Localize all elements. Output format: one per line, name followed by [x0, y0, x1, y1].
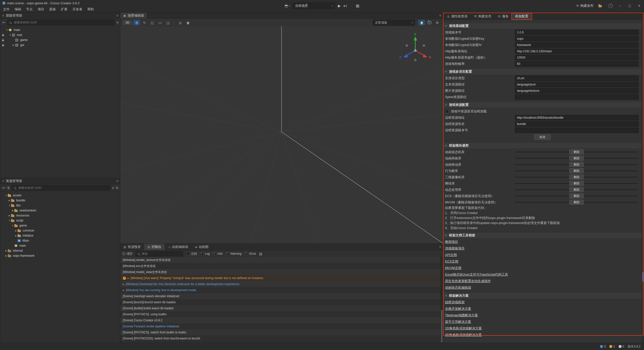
- sort-icon[interactable]: ⇅: [7, 186, 10, 190]
- add-node-button[interactable]: +▾: [2, 20, 5, 24]
- expand-arrow-icon[interactable]: ▶: [123, 283, 124, 285]
- delete-button[interactable]: 删除: [569, 193, 584, 198]
- basic-row-2-input[interactable]: [515, 42, 639, 48]
- log-row-7[interactable]: [Scene] [box2d]:box2d wasm lib loaded.: [120, 299, 440, 305]
- asset-node[interactable]: ▼libs: [0, 203, 120, 208]
- expand-arrow-icon[interactable]: ▶: [14, 235, 18, 237]
- add-asset-button[interactable]: +▾: [2, 186, 5, 190]
- doc-link-5[interactable]: Excel格式转Json文件与TypeScript代码工具: [443, 271, 510, 278]
- doc-link-0[interactable]: 教程项目: [443, 239, 460, 245]
- console-filter-regex[interactable]: 正则: [186, 252, 197, 256]
- preview-device-icon[interactable]: ⬒▾: [285, 4, 290, 8]
- asset-node[interactable]: ▶internal: [0, 248, 120, 253]
- play-button[interactable]: ▶: [338, 4, 341, 8]
- log-row-1[interactable]: [Window] ecs文件夹存在: [120, 263, 440, 269]
- delete-button[interactable]: 删除: [569, 181, 584, 186]
- help-icon[interactable]: ?: [608, 4, 613, 8]
- log-row-5[interactable]: ▶[Window] You are running Vue in develop…: [120, 287, 440, 293]
- panel-menu-icon[interactable]: ≡: [2, 14, 4, 17]
- filter-icon[interactable]: ≡: [116, 21, 118, 24]
- expand-arrow-icon[interactable]: ▼: [9, 34, 12, 36]
- expand-arrow-icon[interactable]: ▶: [5, 250, 8, 252]
- basic-row-3-input[interactable]: [515, 49, 639, 54]
- pivot-toggle-icon[interactable]: ◎: [177, 20, 183, 25]
- console-tab-console[interactable]: ▤控制台: [144, 244, 165, 250]
- log-row-0[interactable]: [Window] render_texture文件夹存在: [120, 257, 440, 263]
- tab-framework-config[interactable]: 框架配置: [512, 13, 531, 19]
- expand-arrow-icon[interactable]: ▶: [8, 214, 11, 217]
- expand-arrow-icon[interactable]: ▶: [8, 199, 11, 202]
- scene-select[interactable]: 当前场景 ▾: [293, 3, 335, 9]
- tab-inspector[interactable]: ◎属性检查器: [444, 13, 470, 19]
- console-tab-preview[interactable]: ▧资源预览: [120, 244, 144, 250]
- basic-row-5-input[interactable]: [515, 61, 639, 67]
- section-resource[interactable]: ▼游戏资源配置: [443, 102, 642, 108]
- doc-link-1[interactable]: 游戏模板项目: [443, 245, 467, 252]
- menu-item[interactable]: 编辑: [12, 7, 24, 12]
- refresh-icon[interactable]: ↻: [116, 186, 118, 190]
- expand-arrow-icon[interactable]: ▶: [128, 277, 129, 279]
- save-button[interactable]: 保存: [534, 134, 551, 140]
- asset-node[interactable]: main: [0, 243, 120, 248]
- section-language[interactable]: ▼游戏多语言配置: [443, 68, 642, 75]
- delete-button[interactable]: 删除: [569, 162, 584, 167]
- doc-link-4[interactable]: MVVM文档: [443, 265, 463, 271]
- console-tab-animation-graph[interactable]: ◈动画图: [192, 244, 212, 250]
- log-row-10[interactable]: [Scene] Cocos Creator v3.8.2: [120, 317, 440, 323]
- section-solutions[interactable]: ▼框架解决方案: [443, 292, 642, 299]
- solution-link-4[interactable]: 2D角色扮演游戏解决方案: [443, 325, 484, 332]
- expand-arrow-icon[interactable]: ▶: [5, 255, 8, 257]
- asset-node[interactable]: ▼script: [0, 218, 120, 223]
- mode-3d-button[interactable]: 3D: [123, 20, 132, 25]
- asset-node[interactable]: TSMain: [0, 238, 120, 243]
- axis-gizmo[interactable]: Y X Z: [398, 33, 433, 66]
- delete-button[interactable]: 删除: [569, 168, 584, 173]
- resource-row-1-input[interactable]: [515, 121, 639, 127]
- console-tab-animation-editor[interactable]: ◇动画编辑器: [165, 244, 192, 250]
- section-basic[interactable]: ▼游戏基础配置: [443, 23, 642, 29]
- language-row-0-input[interactable]: [515, 75, 639, 81]
- expand-arrow-icon[interactable]: ▶: [14, 230, 18, 232]
- console-filter-error[interactable]: Error: [245, 252, 256, 255]
- log-row-8[interactable]: [Scene] [bullet]:bullet wasm lib loaded.: [120, 305, 440, 311]
- resource-row-2-input[interactable]: [515, 127, 639, 133]
- solution-link-5[interactable]: 3D角色扮演游戏解决方案: [443, 332, 484, 338]
- log-row-6[interactable]: [Scene] meshopt wasm decoder initialized: [120, 293, 440, 299]
- menu-item[interactable]: 帮助: [85, 7, 96, 12]
- resource-row-0-input[interactable]: [515, 115, 639, 120]
- basic-row-1-input[interactable]: [515, 36, 639, 41]
- scene-viewport[interactable]: Y X Z: [120, 26, 443, 244]
- expand-arrow-icon[interactable]: ▶: [11, 209, 14, 212]
- hierarchy-node[interactable]: ▶gui: [0, 42, 120, 48]
- asset-node[interactable]: ▶seedrandom: [0, 208, 120, 213]
- expand-arrow-icon[interactable]: ▼: [8, 220, 11, 222]
- checkbox-icon[interactable]: [213, 252, 216, 255]
- hierarchy-node[interactable]: ▼main: [0, 27, 120, 32]
- scale-tool-icon[interactable]: ◱: [149, 20, 155, 25]
- expand-arrow-icon[interactable]: ▶: [12, 44, 15, 46]
- move-tool-icon[interactable]: [133, 20, 140, 25]
- panel-options-icon[interactable]: ≡: [439, 14, 441, 17]
- asset-node[interactable]: ▼assets: [0, 193, 120, 198]
- expand-arrow-icon[interactable]: ▶: [123, 289, 124, 291]
- solution-link-0[interactable]: 战棋游戏框架: [443, 299, 467, 305]
- delete-button[interactable]: 删除: [569, 149, 584, 154]
- coordinate-toggle-icon[interactable]: ▣: [185, 20, 191, 25]
- log-row-9[interactable]: [Scene] [PHYSICS]: using builtin.: [120, 311, 440, 317]
- log-row-3[interactable]: !▶[Window] [Vue warn]: Property "onInput…: [120, 275, 440, 281]
- language-row-2-input[interactable]: [515, 88, 639, 94]
- menu-item[interactable]: 文件: [1, 7, 12, 12]
- delete-button[interactable]: 删除: [569, 187, 584, 192]
- console-filter-warning[interactable]: Warning: [226, 252, 242, 255]
- section-modules[interactable]: ▼框架模块裁剪: [443, 142, 642, 149]
- asset-node[interactable]: ▼game: [0, 223, 120, 228]
- asset-node[interactable]: ▶oops-framework: [0, 253, 120, 258]
- expand-arrow-icon[interactable]: ▼: [5, 29, 9, 31]
- hierarchy-node[interactable]: ▼root: [0, 32, 120, 37]
- clear-console-button[interactable]: 清空: [122, 252, 133, 256]
- solution-link-3[interactable]: 新手引导解决方案: [443, 319, 473, 325]
- close-button[interactable]: ✕: [637, 4, 641, 8]
- log-row-2[interactable]: [Window] model_view文件夹存在: [120, 269, 440, 275]
- rotate-tool-icon[interactable]: ↻: [141, 20, 148, 25]
- menu-item[interactable]: 节点: [24, 7, 35, 12]
